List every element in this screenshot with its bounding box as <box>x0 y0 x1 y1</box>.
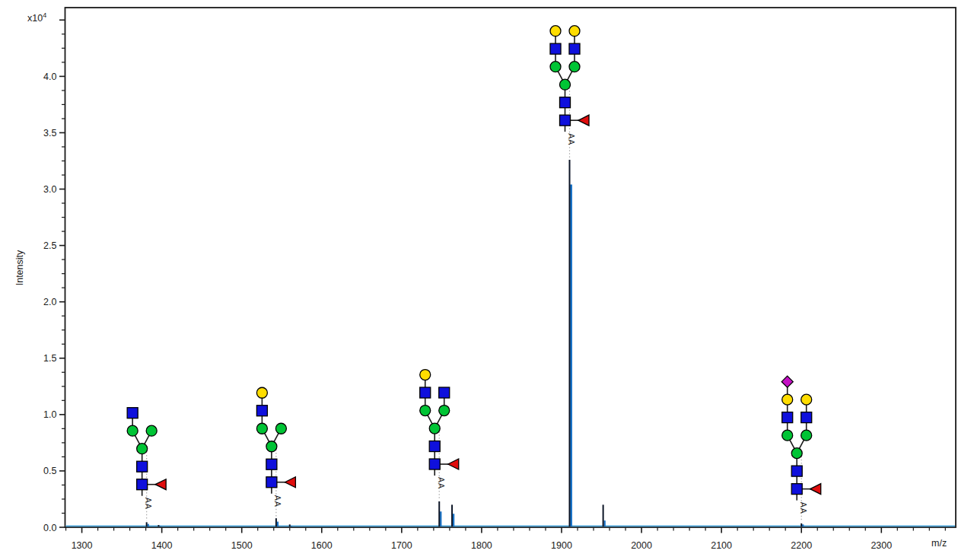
y-scale-exponent: 4 <box>43 11 46 19</box>
glcnac-icon <box>801 412 812 423</box>
spectrum-canvas: x104 Intensity m/z 130014001500160017001… <box>0 0 974 560</box>
glcnac-icon <box>127 408 138 418</box>
glcnac-icon <box>560 115 571 126</box>
man-icon <box>146 425 157 436</box>
glcnac-icon <box>420 387 431 398</box>
svg-text:1800: 1800 <box>471 540 492 551</box>
fuc-icon <box>448 459 459 469</box>
gal-icon <box>256 387 267 398</box>
peak-mz-1543 <box>276 518 278 527</box>
svg-text:1.5: 1.5 <box>43 353 56 364</box>
glcnac-icon <box>550 43 561 54</box>
glcnac-icon <box>560 97 571 108</box>
fuc-icon <box>810 484 821 495</box>
glycan-aa-label: AA <box>144 498 153 510</box>
svg-text:1300: 1300 <box>72 540 93 551</box>
glycan-annotation-mz-1543: AA <box>256 387 295 517</box>
peak-mz-1381 <box>147 522 148 527</box>
glcnac-icon <box>569 43 580 54</box>
glcnac-icon <box>137 461 148 472</box>
glcnac-icon <box>137 479 148 490</box>
svg-text:1900: 1900 <box>551 540 572 551</box>
glycan-aa-label: AA <box>437 477 446 489</box>
gal-icon <box>420 370 431 380</box>
man-icon <box>569 62 580 72</box>
man-icon <box>266 441 277 452</box>
svg-text:4.0: 4.0 <box>43 72 56 82</box>
svg-text:1600: 1600 <box>311 540 333 551</box>
peak-mz-1952 <box>603 504 605 527</box>
glcnac-icon <box>266 477 277 488</box>
peak-mz-1763 <box>452 504 454 527</box>
svg-text:0.0: 0.0 <box>43 523 56 533</box>
gal-icon <box>569 26 580 37</box>
glcnac-icon <box>429 459 440 469</box>
peak-mz-1910 <box>570 160 571 527</box>
plot-border <box>65 8 956 527</box>
svg-text:3.5: 3.5 <box>43 128 56 138</box>
svg-text:1.0: 1.0 <box>43 409 56 420</box>
man-icon <box>801 430 812 441</box>
man-icon <box>782 430 793 441</box>
svg-text:2.0: 2.0 <box>43 297 56 307</box>
man-icon <box>560 79 571 90</box>
x-axis-title: m/z <box>931 538 947 549</box>
svg-text:2300: 2300 <box>871 540 892 551</box>
man-icon <box>275 423 286 434</box>
man-icon <box>420 406 431 416</box>
man-icon <box>791 448 802 459</box>
y-scale-base: x10 <box>27 13 43 24</box>
man-icon <box>137 444 148 454</box>
glycan-annotation-mz-1381: AA <box>127 408 166 521</box>
fuc-icon <box>578 115 589 126</box>
svg-text:1500: 1500 <box>231 540 253 551</box>
gal-icon <box>782 394 793 405</box>
y-axis-ticks: 0.00.51.01.52.02.53.03.54.0 <box>43 20 65 533</box>
peak-mz-2200 <box>801 523 803 527</box>
man-icon <box>127 425 138 436</box>
glycan-aa-label: AA <box>567 133 576 145</box>
y-axis-scale-label: x104 <box>27 11 46 24</box>
man-icon <box>429 423 440 434</box>
svg-text:2100: 2100 <box>711 540 732 551</box>
svg-text:3.0: 3.0 <box>43 184 56 195</box>
man-icon <box>256 423 267 434</box>
fuc-icon <box>285 477 295 488</box>
fuc-icon <box>155 479 166 490</box>
glcnac-icon <box>439 387 450 398</box>
x-axis-ticks: 1300140015001600170018001900200021002200… <box>66 527 946 551</box>
glycan-annotation-mz-2200: AA <box>781 376 821 522</box>
svg-text:2200: 2200 <box>791 540 812 551</box>
svg-text:1400: 1400 <box>151 540 173 551</box>
neu5ac-icon <box>781 376 793 387</box>
svg-text:1700: 1700 <box>391 540 412 551</box>
glcnac-icon <box>782 412 793 423</box>
svg-text:0.5: 0.5 <box>43 466 56 476</box>
glycan-aa-label: AA <box>799 502 808 514</box>
glcnac-icon <box>791 484 802 495</box>
spectrum-plot: 1300140015001600170018001900200021002200… <box>0 0 974 560</box>
glcnac-icon <box>266 459 277 469</box>
spectrum-trace <box>66 160 956 527</box>
gal-icon <box>801 394 812 405</box>
man-icon <box>550 62 561 72</box>
peak-mz-1747 <box>439 501 441 527</box>
glycan-aa-label: AA <box>273 495 282 508</box>
glcnac-icon <box>791 466 802 476</box>
glycan-annotation-mz-1747: AA <box>420 370 459 500</box>
glcnac-icon <box>256 406 267 416</box>
glycan-annotation-mz-1910: AA <box>550 26 589 158</box>
svg-text:2000: 2000 <box>631 540 652 551</box>
y-axis-title: Intensity <box>14 250 25 286</box>
man-icon <box>439 406 450 416</box>
svg-text:2.5: 2.5 <box>43 240 56 251</box>
glcnac-icon <box>429 441 440 452</box>
gal-icon <box>550 26 561 37</box>
